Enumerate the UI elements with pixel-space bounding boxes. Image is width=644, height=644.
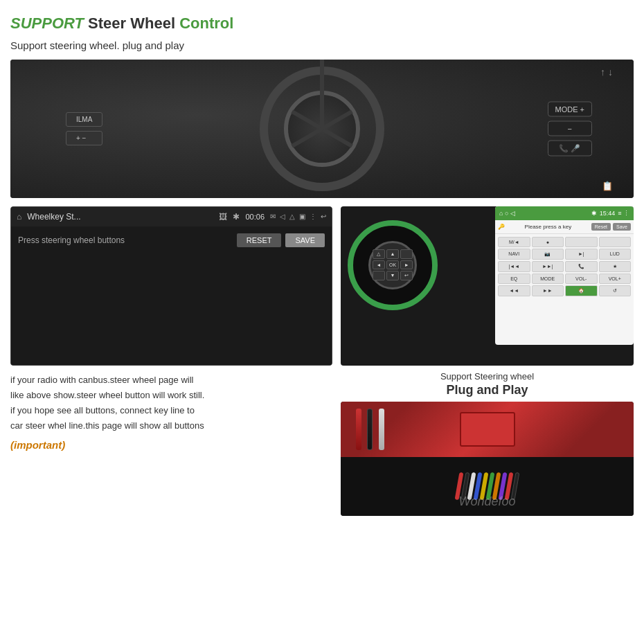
desc-line1: if your radio with canbus.steer wheel pa… <box>10 373 332 388</box>
wiring-image: Wondefoo <box>341 402 634 516</box>
sw-small-ok: OK <box>386 260 399 269</box>
android-save-btn[interactable]: Save <box>613 223 631 231</box>
ag-cell-rew: ◄◄ <box>498 285 530 296</box>
android-menu: ≡ ⋮ <box>618 210 629 217</box>
sw-small-btn2 <box>400 249 413 259</box>
ag-cell-star: ★ <box>599 261 632 272</box>
ag-cell-2: ● <box>532 237 564 247</box>
wiring-box <box>460 412 515 447</box>
android-key-icon: 🔑 <box>498 224 505 230</box>
ag-cell-ff: ►► <box>532 285 564 296</box>
left-btn-2: + − <box>66 131 102 145</box>
wk-row: Press steering wheel buttons RESET SAVE <box>18 233 325 247</box>
wk-buttons: RESET SAVE <box>237 233 325 247</box>
android-press-key: 🔑 Please press a key Reset Save <box>495 220 634 234</box>
ag-cell-navi: NAVI <box>498 249 530 260</box>
android-home: ⌂ ○ ◁ <box>499 210 515 217</box>
desc-line3: if you hope see all buttons, connect key… <box>10 403 332 418</box>
ag-cell-phone: 📞 <box>565 261 598 272</box>
wheelkey-body: Press steering wheel buttons RESET SAVE <box>11 226 332 365</box>
watermark: Wondefoo <box>458 494 515 509</box>
pk-buttons: Reset Save <box>591 223 631 231</box>
triangle-icon: △ <box>289 213 295 220</box>
android-topbar2: ⌂ ○ ◁ ✱ 15:44 ≡ ⋮ <box>495 206 634 220</box>
wheelkey-screen: ⌂ Wheelkey St... 🖼 ✱ 00:06 ✉ ◁ △ ▣ ⋮ ↩ <box>10 206 332 366</box>
ag-cell-3 <box>565 237 598 247</box>
ag-cell-4 <box>599 237 632 247</box>
sw-small-btn4: ↩ <box>400 271 413 280</box>
wiring-top <box>341 402 634 457</box>
sw-small-left: ◄ <box>373 260 385 269</box>
mode-btn-minus: − <box>548 120 592 136</box>
please-press-text: Please press a key <box>525 224 572 230</box>
plug-and-play-label: Plug and Play <box>341 383 634 397</box>
topbar-time: 00:06 <box>245 213 265 221</box>
right-sw-buttons: MODE + − 📞 🎤 <box>548 101 592 156</box>
left-sw-buttons: ILMA + − <box>66 112 102 145</box>
android-panel: ⌂ ○ ◁ ✱ 15:44 ≡ ⋮ 🔑 Please press a key R… <box>495 206 634 345</box>
wheelkey-title: Wheelkey St... <box>27 212 213 222</box>
bt-icon: 🖼 <box>219 212 227 222</box>
bottom-section: ⌂ Wheelkey St... 🖼 ✱ 00:06 ✉ ◁ △ ▣ ⋮ ↩ <box>10 206 634 504</box>
ag-cell-1: M/◄ <box>498 237 530 247</box>
sw-small-btn: △ <box>373 249 385 259</box>
ag-cell-next: ►►| <box>532 261 564 272</box>
ag-cell-cam: 📷 <box>532 249 564 260</box>
sw-small-right: ► <box>400 260 413 269</box>
call-btn: 📞 🎤 <box>548 140 592 156</box>
mode-btn: MODE + <box>548 101 592 116</box>
press-label: Press steering wheel buttons <box>18 235 125 245</box>
sw-small-up: ▲ <box>386 249 399 259</box>
ag-cell-home: 🏠 <box>565 285 598 296</box>
back-icon: ↩ <box>321 213 326 220</box>
volume-icon: ◁ <box>280 213 285 220</box>
wheelkey-topbar: ⌂ Wheelkey St... 🖼 ✱ 00:06 ✉ ◁ △ ▣ ⋮ ↩ <box>11 207 332 226</box>
left-btn-1: ILMA <box>66 112 102 127</box>
header-title: SUPPORT Steer Wheel Control <box>10 14 634 34</box>
ag-cell-voldown: VOL- <box>565 274 598 284</box>
right-column: △ ▲ ◄ OK ► ▼ ↩ <box>341 206 634 504</box>
android-bluetooth: ✱ <box>591 210 597 217</box>
bluetooth-icon: ✱ <box>233 212 240 222</box>
steering-wheel-image: ILMA + − MODE + − 📞 🎤 ↑ ↓ 📋 <box>10 60 634 198</box>
sw-small-down: ▼ <box>386 271 399 280</box>
left-column: ⌂ Wheelkey St... 🖼 ✱ 00:06 ✉ ◁ △ ▣ ⋮ ↩ <box>10 206 332 504</box>
ag-cell-mode: MODE <box>532 274 564 284</box>
title-support: SUPPORT <box>10 15 84 32</box>
subtitle: Support steering wheel. plug and play <box>10 39 634 51</box>
reset-button[interactable]: RESET <box>237 233 282 247</box>
android-reset-btn[interactable]: Reset <box>591 223 611 231</box>
ag-cell-prev: |◄◄ <box>498 261 530 272</box>
ag-cell-play: ►| <box>565 249 598 260</box>
ag-cell-eq: EQ <box>498 274 530 284</box>
mail-icon: ✉ <box>270 213 276 220</box>
important-text: (important) <box>10 439 332 451</box>
save-button[interactable]: SAVE <box>285 233 325 247</box>
ag-cell-volup: VOL+ <box>599 274 632 284</box>
android-screen-container: △ ▲ ◄ OK ► ▼ ↩ <box>341 206 634 366</box>
title-main: Steer Wheel <box>88 15 179 32</box>
title-control: Control <box>179 15 233 32</box>
sw-inner: △ ▲ ◄ OK ► ▼ ↩ <box>368 241 417 289</box>
page-wrapper: SUPPORT Steer Wheel Control Support stee… <box>0 0 644 644</box>
screen-icon: ▣ <box>299 213 305 220</box>
description-text: if your radio with canbus.steer wheel pa… <box>10 373 332 433</box>
steering-wheel-overlay: △ ▲ ◄ OK ► ▼ ↩ <box>348 220 438 310</box>
desc-line4: car steer whel line.this page will show … <box>10 418 332 433</box>
android-grid: M/◄ ● NAVI 📷 ►| LUD |◄◄ ►►| 📞 ★ EQ MODE <box>495 234 634 299</box>
sw-small-btn3 <box>373 271 385 280</box>
more-icon: ⋮ <box>310 213 316 220</box>
home-icon: ⌂ <box>17 212 21 222</box>
support-steering-label: Support Steering wheel <box>341 371 634 382</box>
ag-cell-rotate: ↺ <box>599 285 632 296</box>
ag-cell-lud: LUD <box>599 249 632 260</box>
desc-line2: like above show.steer wheel button will … <box>10 388 332 403</box>
android-time: 15:44 <box>600 210 616 217</box>
